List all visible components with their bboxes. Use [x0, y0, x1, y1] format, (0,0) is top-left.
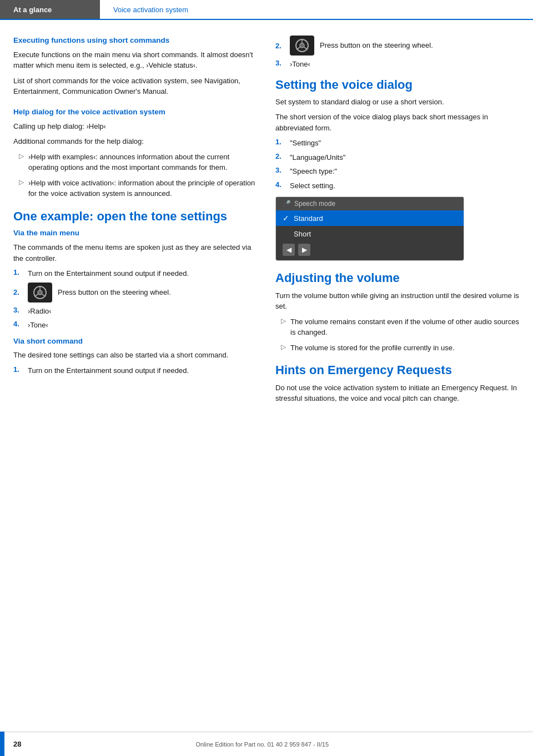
help-bullet-1-text: ›Help with examples‹: announces informat… [28, 152, 258, 173]
step-num-1: 1. [13, 268, 22, 276]
section-volume: Adjusting the volume Turn the volume but… [275, 271, 520, 353]
nav-left-arrow: ◀ [283, 244, 295, 256]
section-one-example-title: One example: open the tone settings [13, 209, 258, 224]
right-steering-wheel-icon [290, 36, 314, 56]
via-main-step-4: 4. ›Tone‹ [13, 320, 258, 331]
via-main-menu-para: The commands of the menu items are spoke… [13, 242, 258, 264]
right-step-2: 2. Press button on the steering wheel. [275, 36, 520, 56]
section-executing-functions-para1: Execute functions on the main menu via s… [13, 49, 258, 71]
volume-bullet-1: ▷ The volume remains constant even if th… [275, 316, 520, 338]
right-step-3: 3. ›Tone‹ [275, 59, 520, 70]
right-top-steps: 2. Press button on the steering wheel. 3… [275, 36, 520, 70]
section-emergency: Hints on Emergency Requests Do not use t… [275, 363, 520, 404]
vd-step-num-3: 3. [275, 166, 284, 174]
vd-step-num-1: 1. [275, 138, 284, 146]
speech-mode-short: ✓ Short [276, 226, 464, 241]
volume-bullet-text-2: The volume is stored for the profile cur… [290, 342, 455, 354]
right-step-num-3: 3. [275, 59, 284, 67]
left-column: Executing functions using short commands… [13, 36, 258, 414]
step-num-2: 2. [13, 288, 22, 296]
check-icon: ✓ [283, 214, 289, 223]
header-chapter: At a glance [0, 0, 100, 19]
section-executing-functions: Executing functions using short commands… [13, 36, 258, 97]
emergency-para: Do not use the voice activation system t… [275, 382, 520, 404]
bullet-arrow-icon: ▷ [19, 152, 24, 173]
main-content: Executing functions using short commands… [0, 20, 533, 447]
vd-step-num-4: 4. [275, 180, 284, 189]
section-help-dialog-para1: Calling up help dialog: ›Help‹ [13, 121, 258, 132]
section-executing-functions-para2: List of short commands for the voice act… [13, 75, 258, 97]
vd-step-text-3: "Speech type:" [290, 166, 337, 177]
section-voice-dialog: Setting the voice dialog Set system to s… [275, 78, 520, 261]
voice-dialog-para1: Set system to standard dialog or use a s… [275, 97, 520, 108]
voice-dialog-para2: The short version of the voice dialog pl… [275, 112, 520, 133]
speech-mode-short-label: Short [294, 230, 311, 238]
right-column: 2. Press button on the steering wheel. 3… [275, 36, 520, 414]
step-num-4: 4. [13, 320, 22, 328]
via-main-step-1: 1. Turn on the Entertainment sound outpu… [13, 268, 258, 279]
section-executing-functions-title: Executing functions using short commands [13, 36, 258, 46]
page-footer: 28 Online Edition for Part no. 01 40 2 9… [0, 732, 533, 756]
speech-mode-standard: ✓ Standard [276, 210, 464, 226]
help-bullet-2: ▷ ›Help with voice activation‹: informat… [13, 178, 258, 199]
via-short-steps: 1. Turn on the Entertainment sound outpu… [13, 365, 258, 376]
step-text-1: Turn on the Entertainment sound output i… [28, 268, 189, 279]
right-step-text-2: Press button on the steering wheel. [320, 40, 433, 51]
volume-bullet-text-1: The volume remains constant even if the … [290, 316, 520, 338]
step-text-4: ›Tone‹ [28, 320, 48, 331]
volume-bullet-arrow-2: ▷ [281, 343, 286, 354]
voice-dialog-step-1: 1. "Settings" [275, 138, 520, 149]
step-num-3: 3. [13, 306, 22, 314]
vd-step-text-2: "Language/Units" [290, 152, 345, 163]
via-short-command-title: Via short command [13, 336, 258, 347]
via-main-menu-title: Via the main menu [13, 228, 258, 239]
section-voice-dialog-title: Setting the voice dialog [275, 78, 520, 92]
speech-mode-title-bar: 🎤 Speech mode [276, 197, 464, 210]
voice-dialog-step-4: 4. Select setting. [275, 180, 520, 191]
voice-dialog-step-3: 3. "Speech type:" [275, 166, 520, 177]
section-volume-title: Adjusting the volume [275, 271, 520, 285]
voice-dialog-step-2: 2. "Language/Units" [275, 152, 520, 163]
svg-rect-11 [300, 44, 304, 47]
speech-mode-nav: ◀ ▶ [276, 241, 464, 260]
section-one-example: One example: open the tone settings Via … [13, 209, 258, 376]
volume-bullet-arrow-1: ▷ [281, 317, 286, 338]
via-main-step-2: 2. Press button on the steering wheel [13, 283, 258, 303]
nav-right-arrow: ▶ [298, 244, 310, 256]
svg-rect-5 [38, 291, 42, 294]
right-step-num-2: 2. [275, 42, 284, 50]
short-step-text-1: Turn on the Entertainment sound output i… [28, 365, 189, 376]
step-text-2: Press button on the steering wheel. [58, 287, 171, 298]
speech-mode-standard-label: Standard [294, 214, 323, 223]
page-header: At a glance Voice activation system [0, 0, 533, 20]
speech-mode-icon: 🎤 [283, 200, 291, 208]
via-main-steps: 1. Turn on the Entertainment sound outpu… [13, 268, 258, 331]
right-step-text-3: ›Tone‹ [290, 59, 310, 70]
bullet-arrow-icon-2: ▷ [19, 178, 24, 199]
help-bullet-2-text: ›Help with voice activation‹: informatio… [28, 178, 258, 199]
volume-para: Turn the volume button while giving an i… [275, 290, 520, 312]
help-bullet-1: ▷ ›Help with examples‹: announces inform… [13, 152, 258, 173]
speech-mode-screenshot: 🎤 Speech mode ✓ Standard ✓ Short ◀ ▶ [275, 196, 464, 261]
speech-mode-title-text: Speech mode [294, 200, 335, 208]
steering-wheel-icon [28, 283, 52, 303]
vd-step-text-4: Select setting. [290, 180, 335, 191]
voice-dialog-steps: 1. "Settings" 2. "Language/Units" 3. "Sp… [275, 138, 520, 191]
short-step-num-1: 1. [13, 365, 22, 374]
via-short-step-1: 1. Turn on the Entertainment sound outpu… [13, 365, 258, 376]
section-help-dialog: Help dialog for the voice activation sys… [13, 107, 258, 199]
section-help-dialog-para2: Additional commands for the help dialog: [13, 136, 258, 147]
vd-step-num-2: 2. [275, 152, 284, 160]
vd-step-text-1: "Settings" [290, 138, 321, 149]
footer-accent-bar [0, 732, 4, 756]
page-number: 28 [13, 740, 21, 748]
via-main-step-3: 3. ›Radio‹ [13, 306, 258, 317]
via-short-command-para: The desired tone settings can also be st… [13, 350, 258, 361]
header-section: Voice activation system [100, 0, 533, 19]
section-help-dialog-title: Help dialog for the voice activation sys… [13, 107, 258, 118]
section-emergency-title: Hints on Emergency Requests [275, 363, 520, 377]
volume-bullet-2: ▷ The volume is stored for the profile c… [275, 342, 520, 354]
step-text-3: ›Radio‹ [28, 306, 52, 317]
footer-edition-text: Online Edition for Part no. 01 40 2 959 … [195, 741, 329, 748]
